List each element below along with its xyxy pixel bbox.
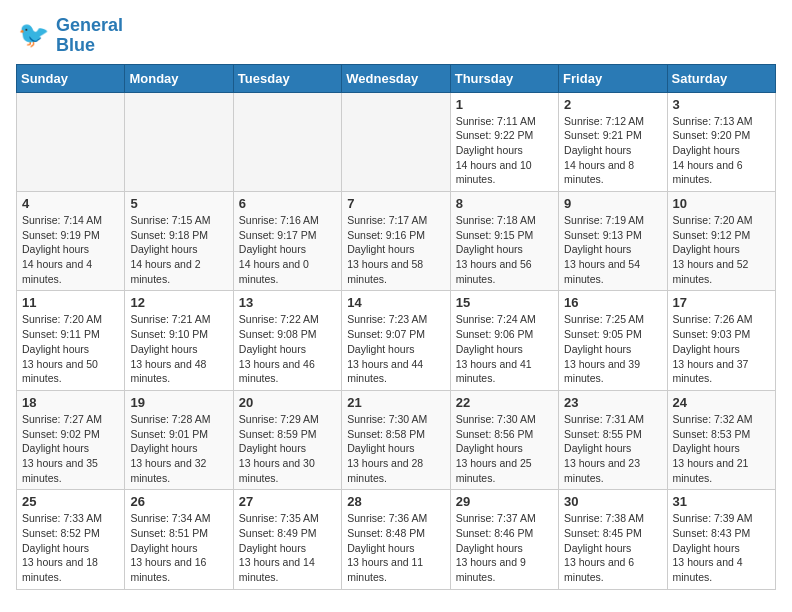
calendar-cell: 26Sunrise: 7:34 AMSunset: 8:51 PMDayligh… (125, 490, 233, 589)
calendar-cell: 5Sunrise: 7:15 AMSunset: 9:18 PMDaylight… (125, 192, 233, 291)
calendar-cell: 17Sunrise: 7:26 AMSunset: 9:03 PMDayligh… (667, 291, 775, 390)
day-info: Sunrise: 7:28 AMSunset: 9:01 PMDaylight … (130, 412, 227, 485)
calendar-cell: 31Sunrise: 7:39 AMSunset: 8:43 PMDayligh… (667, 490, 775, 589)
day-info: Sunrise: 7:33 AMSunset: 8:52 PMDaylight … (22, 511, 119, 584)
calendar-cell: 23Sunrise: 7:31 AMSunset: 8:55 PMDayligh… (559, 390, 667, 489)
day-info: Sunrise: 7:15 AMSunset: 9:18 PMDaylight … (130, 213, 227, 286)
day-number: 31 (673, 494, 770, 509)
calendar-cell (125, 92, 233, 191)
calendar-cell (233, 92, 341, 191)
calendar-cell: 24Sunrise: 7:32 AMSunset: 8:53 PMDayligh… (667, 390, 775, 489)
page-header: 🐦 General Blue (16, 16, 776, 56)
calendar-cell: 14Sunrise: 7:23 AMSunset: 9:07 PMDayligh… (342, 291, 450, 390)
day-info: Sunrise: 7:25 AMSunset: 9:05 PMDaylight … (564, 312, 661, 385)
day-number: 7 (347, 196, 444, 211)
week-row-2: 4Sunrise: 7:14 AMSunset: 9:19 PMDaylight… (17, 192, 776, 291)
calendar-cell: 19Sunrise: 7:28 AMSunset: 9:01 PMDayligh… (125, 390, 233, 489)
calendar-cell: 3Sunrise: 7:13 AMSunset: 9:20 PMDaylight… (667, 92, 775, 191)
day-number: 25 (22, 494, 119, 509)
day-info: Sunrise: 7:13 AMSunset: 9:20 PMDaylight … (673, 114, 770, 187)
calendar-cell: 6Sunrise: 7:16 AMSunset: 9:17 PMDaylight… (233, 192, 341, 291)
day-info: Sunrise: 7:29 AMSunset: 8:59 PMDaylight … (239, 412, 336, 485)
day-header-monday: Monday (125, 64, 233, 92)
week-row-5: 25Sunrise: 7:33 AMSunset: 8:52 PMDayligh… (17, 490, 776, 589)
day-header-friday: Friday (559, 64, 667, 92)
header-row: SundayMondayTuesdayWednesdayThursdayFrid… (17, 64, 776, 92)
day-info: Sunrise: 7:23 AMSunset: 9:07 PMDaylight … (347, 312, 444, 385)
day-number: 19 (130, 395, 227, 410)
day-info: Sunrise: 7:35 AMSunset: 8:49 PMDaylight … (239, 511, 336, 584)
day-info: Sunrise: 7:20 AMSunset: 9:12 PMDaylight … (673, 213, 770, 286)
calendar-cell: 27Sunrise: 7:35 AMSunset: 8:49 PMDayligh… (233, 490, 341, 589)
calendar-cell (17, 92, 125, 191)
day-number: 5 (130, 196, 227, 211)
calendar-cell: 2Sunrise: 7:12 AMSunset: 9:21 PMDaylight… (559, 92, 667, 191)
week-row-1: 1Sunrise: 7:11 AMSunset: 9:22 PMDaylight… (17, 92, 776, 191)
day-header-thursday: Thursday (450, 64, 558, 92)
day-number: 23 (564, 395, 661, 410)
day-number: 11 (22, 295, 119, 310)
day-info: Sunrise: 7:30 AMSunset: 8:56 PMDaylight … (456, 412, 553, 485)
calendar-cell: 29Sunrise: 7:37 AMSunset: 8:46 PMDayligh… (450, 490, 558, 589)
day-info: Sunrise: 7:36 AMSunset: 8:48 PMDaylight … (347, 511, 444, 584)
day-info: Sunrise: 7:38 AMSunset: 8:45 PMDaylight … (564, 511, 661, 584)
day-number: 30 (564, 494, 661, 509)
day-info: Sunrise: 7:30 AMSunset: 8:58 PMDaylight … (347, 412, 444, 485)
svg-text:🐦: 🐦 (18, 19, 50, 50)
day-info: Sunrise: 7:18 AMSunset: 9:15 PMDaylight … (456, 213, 553, 286)
calendar-cell: 25Sunrise: 7:33 AMSunset: 8:52 PMDayligh… (17, 490, 125, 589)
day-number: 27 (239, 494, 336, 509)
day-info: Sunrise: 7:21 AMSunset: 9:10 PMDaylight … (130, 312, 227, 385)
calendar-cell: 7Sunrise: 7:17 AMSunset: 9:16 PMDaylight… (342, 192, 450, 291)
calendar-cell: 8Sunrise: 7:18 AMSunset: 9:15 PMDaylight… (450, 192, 558, 291)
day-info: Sunrise: 7:31 AMSunset: 8:55 PMDaylight … (564, 412, 661, 485)
calendar-cell: 9Sunrise: 7:19 AMSunset: 9:13 PMDaylight… (559, 192, 667, 291)
day-number: 18 (22, 395, 119, 410)
day-number: 9 (564, 196, 661, 211)
calendar-cell: 16Sunrise: 7:25 AMSunset: 9:05 PMDayligh… (559, 291, 667, 390)
day-number: 14 (347, 295, 444, 310)
calendar-cell: 11Sunrise: 7:20 AMSunset: 9:11 PMDayligh… (17, 291, 125, 390)
calendar-cell: 20Sunrise: 7:29 AMSunset: 8:59 PMDayligh… (233, 390, 341, 489)
day-number: 1 (456, 97, 553, 112)
calendar-cell: 22Sunrise: 7:30 AMSunset: 8:56 PMDayligh… (450, 390, 558, 489)
day-info: Sunrise: 7:20 AMSunset: 9:11 PMDaylight … (22, 312, 119, 385)
calendar-cell: 28Sunrise: 7:36 AMSunset: 8:48 PMDayligh… (342, 490, 450, 589)
day-info: Sunrise: 7:12 AMSunset: 9:21 PMDaylight … (564, 114, 661, 187)
day-header-saturday: Saturday (667, 64, 775, 92)
day-number: 20 (239, 395, 336, 410)
day-number: 4 (22, 196, 119, 211)
day-number: 26 (130, 494, 227, 509)
calendar-cell: 30Sunrise: 7:38 AMSunset: 8:45 PMDayligh… (559, 490, 667, 589)
logo: 🐦 General Blue (16, 16, 123, 56)
day-info: Sunrise: 7:24 AMSunset: 9:06 PMDaylight … (456, 312, 553, 385)
day-number: 13 (239, 295, 336, 310)
day-number: 15 (456, 295, 553, 310)
calendar-cell: 21Sunrise: 7:30 AMSunset: 8:58 PMDayligh… (342, 390, 450, 489)
day-info: Sunrise: 7:19 AMSunset: 9:13 PMDaylight … (564, 213, 661, 286)
day-number: 6 (239, 196, 336, 211)
calendar-cell: 13Sunrise: 7:22 AMSunset: 9:08 PMDayligh… (233, 291, 341, 390)
logo-icon: 🐦 (16, 18, 52, 54)
calendar-table: SundayMondayTuesdayWednesdayThursdayFrid… (16, 64, 776, 590)
day-number: 8 (456, 196, 553, 211)
week-row-4: 18Sunrise: 7:27 AMSunset: 9:02 PMDayligh… (17, 390, 776, 489)
day-number: 17 (673, 295, 770, 310)
day-header-sunday: Sunday (17, 64, 125, 92)
day-number: 21 (347, 395, 444, 410)
calendar-cell: 18Sunrise: 7:27 AMSunset: 9:02 PMDayligh… (17, 390, 125, 489)
day-info: Sunrise: 7:26 AMSunset: 9:03 PMDaylight … (673, 312, 770, 385)
calendar-cell: 12Sunrise: 7:21 AMSunset: 9:10 PMDayligh… (125, 291, 233, 390)
calendar-cell: 1Sunrise: 7:11 AMSunset: 9:22 PMDaylight… (450, 92, 558, 191)
day-info: Sunrise: 7:22 AMSunset: 9:08 PMDaylight … (239, 312, 336, 385)
calendar-cell: 10Sunrise: 7:20 AMSunset: 9:12 PMDayligh… (667, 192, 775, 291)
day-info: Sunrise: 7:27 AMSunset: 9:02 PMDaylight … (22, 412, 119, 485)
calendar-cell: 4Sunrise: 7:14 AMSunset: 9:19 PMDaylight… (17, 192, 125, 291)
day-info: Sunrise: 7:32 AMSunset: 8:53 PMDaylight … (673, 412, 770, 485)
day-number: 24 (673, 395, 770, 410)
calendar-cell (342, 92, 450, 191)
day-number: 22 (456, 395, 553, 410)
day-info: Sunrise: 7:11 AMSunset: 9:22 PMDaylight … (456, 114, 553, 187)
day-info: Sunrise: 7:17 AMSunset: 9:16 PMDaylight … (347, 213, 444, 286)
day-number: 12 (130, 295, 227, 310)
